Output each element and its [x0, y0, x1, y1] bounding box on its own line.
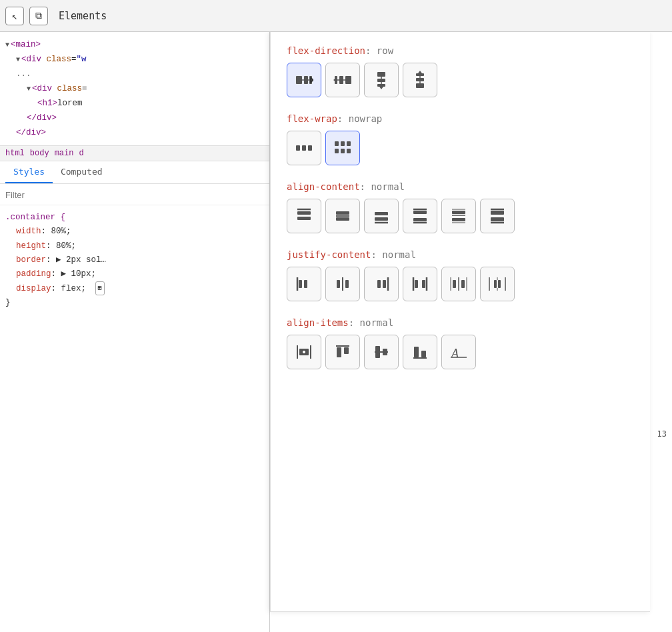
filter-input[interactable] — [5, 190, 264, 200]
svg-rect-48 — [491, 211, 504, 215]
svg-rect-31 — [297, 217, 311, 220]
left-panel: ▼<main> ▼<div class="w ... ▼<div class= … — [0, 32, 270, 632]
svg-rect-32 — [336, 211, 349, 215]
svg-rect-53 — [304, 280, 307, 288]
flex-direction-row-btn[interactable] — [287, 63, 321, 97]
justify-content-start-btn[interactable] — [287, 267, 321, 301]
cursor-icon[interactable]: ↖ — [5, 7, 24, 25]
svg-rect-36 — [375, 217, 388, 221]
svg-rect-85 — [383, 349, 387, 355]
justify-content-end-btn[interactable] — [364, 267, 399, 301]
flex-direction-label: flex-direction: row — [287, 45, 634, 56]
align-content-start-btn[interactable] — [287, 199, 321, 233]
align-content-center-btn[interactable] — [325, 199, 360, 233]
dom-line-h1[interactable]: <h1>lorem — [0, 96, 269, 111]
dom-line-ellipsis[interactable]: ... — [0, 67, 269, 81]
svg-marker-14 — [379, 87, 383, 89]
dom-line-closediv1[interactable]: </div> — [0, 111, 269, 125]
svg-rect-86 — [414, 347, 419, 357]
align-content-buttons — [287, 199, 634, 233]
svg-rect-40 — [413, 218, 427, 221]
svg-rect-20 — [296, 145, 300, 151]
align-content-space-around-btn[interactable] — [441, 199, 476, 233]
justify-content-space-around-btn[interactable] — [441, 267, 476, 301]
svg-rect-24 — [341, 141, 345, 146]
svg-marker-4 — [311, 78, 313, 82]
justify-content-section: justify-content: normal — [287, 249, 634, 301]
svg-rect-21 — [302, 145, 306, 151]
line-number: 13 — [657, 429, 667, 439]
svg-rect-69 — [494, 280, 497, 288]
dom-line-div1[interactable]: ▼<div class="w — [0, 52, 269, 67]
flex-direction-row-reverse-btn[interactable] — [325, 63, 360, 97]
breadcrumb-body[interactable]: body — [30, 149, 49, 158]
svg-rect-49 — [491, 217, 504, 221]
align-content-stretch-btn[interactable] — [480, 199, 515, 233]
svg-text:A: A — [451, 347, 459, 360]
breadcrumb-main[interactable]: main — [55, 149, 74, 158]
flex-wrap-section: flex-wrap: nowrap — [287, 113, 634, 165]
align-items-start-btn[interactable] — [325, 335, 360, 369]
svg-rect-39 — [413, 211, 427, 214]
svg-rect-62 — [422, 280, 425, 288]
svg-rect-61 — [415, 280, 418, 288]
svg-rect-27 — [341, 149, 345, 153]
flex-direction-column-reverse-btn[interactable] — [403, 63, 437, 97]
css-prop-display[interactable]: display: flex; ⊞ — [5, 281, 264, 296]
svg-rect-35 — [375, 212, 388, 215]
align-items-buttons: A — [287, 335, 634, 369]
css-prop-border[interactable]: border: ▶ 2px sol… — [5, 253, 264, 267]
svg-marker-19 — [418, 71, 422, 73]
flex-wrap-label: flex-wrap: nowrap — [287, 113, 634, 124]
svg-rect-42 — [452, 211, 465, 214]
svg-rect-81 — [337, 347, 341, 357]
devtools-panel: ↖ ⧉ Elements ▼<main> ▼<div class="w ... … — [0, 0, 672, 632]
svg-rect-30 — [297, 211, 311, 215]
flex-wrap-buttons — [287, 131, 634, 165]
align-content-space-between-btn[interactable] — [403, 199, 437, 233]
css-rules: .container { width: 80%; height: 80%; bo… — [0, 205, 269, 632]
align-content-section: align-content: normal — [287, 181, 634, 233]
svg-rect-84 — [375, 346, 380, 358]
flex-wrap-wrap-btn[interactable] — [325, 131, 360, 165]
svg-rect-66 — [461, 280, 465, 288]
align-items-baseline-btn[interactable]: A — [441, 335, 476, 369]
justify-content-label: justify-content: normal — [287, 249, 634, 260]
css-close-brace: } — [5, 296, 264, 310]
justify-content-center-btn[interactable] — [325, 267, 360, 301]
dom-line-main[interactable]: ▼<main> — [0, 37, 269, 52]
justify-content-space-evenly-btn[interactable] — [480, 267, 515, 301]
align-content-end-btn[interactable] — [364, 199, 399, 233]
svg-rect-56 — [345, 280, 349, 288]
svg-rect-25 — [347, 141, 351, 146]
tab-styles[interactable]: Styles — [5, 161, 53, 183]
dom-tree: ▼<main> ▼<div class="w ... ▼<div class= … — [0, 32, 269, 145]
flex-direction-column-btn[interactable] — [364, 63, 399, 97]
svg-rect-64 — [453, 280, 456, 288]
svg-rect-22 — [308, 145, 312, 151]
align-items-center-btn[interactable] — [364, 335, 399, 369]
dom-line-div2[interactable]: ▼<div class= — [0, 81, 269, 96]
align-items-end-btn[interactable] — [403, 335, 437, 369]
dom-line-closediv2[interactable]: </div> — [0, 125, 269, 140]
flex-badge[interactable]: ⊞ — [95, 281, 105, 295]
align-items-stretch-btn[interactable] — [287, 335, 321, 369]
svg-rect-70 — [498, 280, 501, 288]
align-items-label: align-items: normal — [287, 317, 634, 328]
svg-rect-52 — [299, 280, 302, 288]
css-prop-width[interactable]: width: 80%; — [5, 225, 264, 239]
svg-rect-57 — [377, 280, 381, 288]
main-area: ▼<main> ▼<div class="w ... ▼<div class= … — [0, 32, 672, 632]
flex-wrap-nowrap-btn[interactable] — [287, 131, 321, 165]
css-prop-height[interactable]: height: 80%; — [5, 239, 264, 253]
breadcrumb-html[interactable]: html — [5, 149, 25, 158]
elements-tab[interactable]: Elements — [53, 7, 112, 25]
tab-computed[interactable]: Computed — [53, 161, 111, 183]
css-prop-padding[interactable]: padding: ▶ 10px; — [5, 267, 264, 281]
svg-rect-44 — [452, 218, 465, 221]
justify-content-space-between-btn[interactable] — [403, 267, 437, 301]
breadcrumb-d[interactable]: d — [79, 149, 83, 158]
copy-icon[interactable]: ⧉ — [29, 7, 48, 25]
toolbar: ↖ ⧉ Elements — [0, 0, 672, 32]
style-tabs: Styles Computed — [0, 161, 269, 184]
